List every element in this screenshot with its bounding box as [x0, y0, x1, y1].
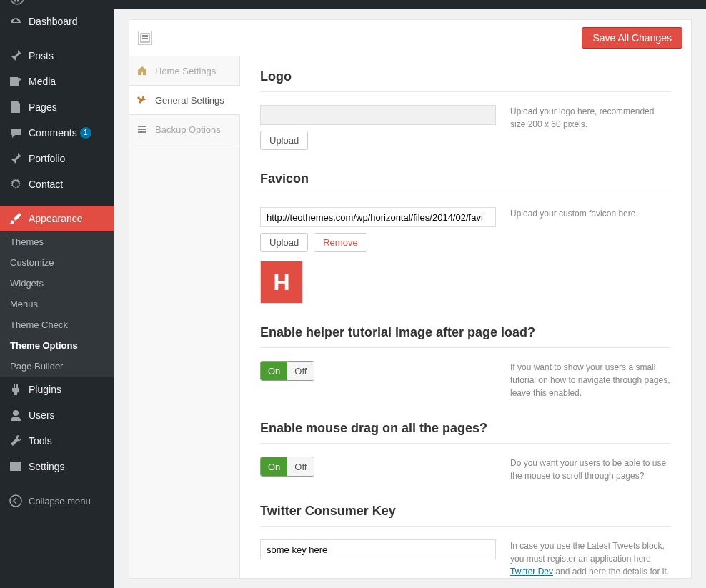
settings-icon	[9, 459, 23, 474]
submenu-widgets[interactable]: Widgets	[0, 273, 114, 294]
svg-rect-10	[138, 131, 146, 133]
submenu-customize[interactable]: Customize	[0, 252, 114, 273]
sidebar-item-label: Tools	[29, 435, 52, 447]
favicon-preview-letter: H	[273, 269, 289, 296]
section-title: Twitter Consumer Key	[260, 504, 671, 527]
submenu-menus[interactable]: Menus	[0, 294, 114, 314]
sidebar-item-label: Posts	[29, 50, 54, 61]
expand-toggle-icon[interactable]	[138, 31, 152, 45]
wrench-icon	[9, 434, 23, 448]
sidebar-item-label: Media	[29, 76, 56, 87]
panel-header: Save All Changes	[129, 19, 692, 56]
sidebar-item-dashboard[interactable]: Dashboard	[0, 9, 114, 34]
collapse-label: Collapse menu	[29, 496, 91, 507]
favicon-help: Upload your custom favicon here.	[510, 207, 671, 304]
main-content: Save All Changes Home Settings General S…	[114, 9, 706, 588]
twitter-key-section: Twitter Consumer Key In case you use the…	[260, 504, 671, 578]
tools-icon	[136, 94, 148, 106]
twitter-dev-link[interactable]: Twitter Dev	[510, 567, 553, 577]
brush-icon	[9, 211, 23, 226]
submenu-page-builder[interactable]: Page Builder	[0, 356, 114, 377]
user-icon	[9, 408, 23, 422]
submenu-themes[interactable]: Themes	[0, 231, 114, 252]
settings-tabs: Home Settings General Settings Backup Op…	[129, 56, 240, 578]
list-icon	[136, 124, 148, 135]
tab-label: Backup Options	[155, 124, 221, 135]
favicon-remove-button[interactable]: Remove	[314, 233, 367, 252]
tab-home-settings[interactable]: Home Settings	[129, 56, 239, 86]
media-icon	[9, 74, 23, 89]
section-title: Favicon	[260, 171, 671, 194]
sidebar-item-label: Appearance	[29, 213, 83, 224]
logo-upload-button[interactable]: Upload	[260, 131, 308, 150]
pin-icon	[9, 49, 23, 63]
logo-input[interactable]	[260, 105, 496, 125]
sidebar-item-portfolio[interactable]: Portfolio	[0, 146, 114, 171]
plugin-icon	[9, 382, 23, 397]
section-title: Enable mouse drag on all the pages?	[260, 421, 671, 444]
svg-rect-5	[142, 35, 148, 36]
svg-rect-9	[138, 129, 146, 130]
toggle-on[interactable]: On	[261, 457, 287, 476]
svg-rect-8	[138, 126, 146, 127]
comment-icon	[9, 126, 23, 140]
sidebar-item-tools[interactable]: Tools	[0, 428, 114, 454]
toggle-off[interactable]: Off	[287, 457, 314, 476]
svg-point-0	[11, 0, 24, 4]
helper-section: Enable helper tutorial image after page …	[260, 325, 671, 399]
sidebar-item-label: Comments	[29, 127, 77, 139]
twitter-key-input[interactable]	[260, 539, 496, 559]
sidebar-item-media[interactable]: Media	[0, 69, 114, 94]
drag-toggle[interactable]: On Off	[260, 457, 314, 477]
admin-sidebar: Dashboard Posts Media Pages Comments 1 P…	[0, 9, 114, 588]
tab-label: Home Settings	[155, 66, 216, 76]
tab-label: General Settings	[155, 95, 224, 106]
toggle-on[interactable]: On	[261, 362, 287, 380]
sidebar-item-plugins[interactable]: Plugins	[0, 377, 114, 402]
drag-section: Enable mouse drag on all the pages? On O…	[260, 421, 671, 482]
favicon-section: Favicon Upload Remove H Uplo	[260, 171, 671, 304]
submenu-theme-options[interactable]: Theme Options	[0, 335, 114, 356]
settings-form: Logo Upload Upload your logo here, recom…	[240, 56, 691, 578]
sidebar-item-appearance[interactable]: Appearance	[0, 206, 114, 231]
favicon-upload-button[interactable]: Upload	[260, 233, 308, 252]
svg-point-1	[18, 78, 21, 81]
page-icon	[9, 100, 23, 114]
sidebar-item-label: Pages	[29, 101, 57, 113]
sidebar-item-posts[interactable]: Posts	[0, 43, 114, 69]
collapse-icon	[9, 494, 23, 508]
home-icon	[136, 65, 148, 76]
save-all-button[interactable]: Save All Changes	[582, 27, 682, 49]
helper-toggle[interactable]: On Off	[260, 361, 314, 381]
svg-point-2	[13, 410, 19, 416]
submenu-theme-check[interactable]: Theme Check	[0, 314, 114, 335]
sidebar-item-users[interactable]: Users	[0, 402, 114, 428]
sidebar-item-contact[interactable]: Contact	[0, 171, 114, 197]
helper-help: If you want to show your users a small t…	[510, 361, 671, 399]
sidebar-item-label: Users	[29, 409, 55, 421]
comments-badge: 1	[80, 127, 91, 139]
admin-topbar	[0, 0, 706, 9]
svg-rect-7	[142, 38, 148, 39]
sidebar-item-settings[interactable]: Settings	[0, 454, 114, 479]
dashboard-icon	[9, 14, 23, 29]
twitter-key-help: In case you use the Latest Tweets block,…	[510, 539, 671, 578]
svg-point-3	[10, 495, 21, 507]
tab-general-settings[interactable]: General Settings	[129, 86, 240, 115]
panel-body: Home Settings General Settings Backup Op…	[129, 56, 692, 579]
toggle-off[interactable]: Off	[287, 362, 314, 380]
sidebar-item-pages[interactable]: Pages	[0, 94, 114, 120]
sidebar-item-label: Portfolio	[29, 153, 65, 164]
tab-backup-options[interactable]: Backup Options	[129, 115, 239, 144]
sidebar-item-comments[interactable]: Comments 1	[0, 120, 114, 146]
sidebar-item-label: Plugins	[29, 384, 61, 395]
favicon-input[interactable]	[260, 207, 496, 227]
collapse-menu-button[interactable]: Collapse menu	[0, 488, 114, 514]
logo-section: Logo Upload Upload your logo here, recom…	[260, 69, 671, 150]
sidebar-item-label: Contact	[29, 179, 63, 190]
section-title: Logo	[260, 69, 671, 92]
section-title: Enable helper tutorial image after page …	[260, 325, 671, 348]
sidebar-item-label: Dashboard	[29, 16, 78, 27]
sidebar-item-label: Settings	[29, 461, 65, 472]
gear-icon	[9, 177, 23, 191]
